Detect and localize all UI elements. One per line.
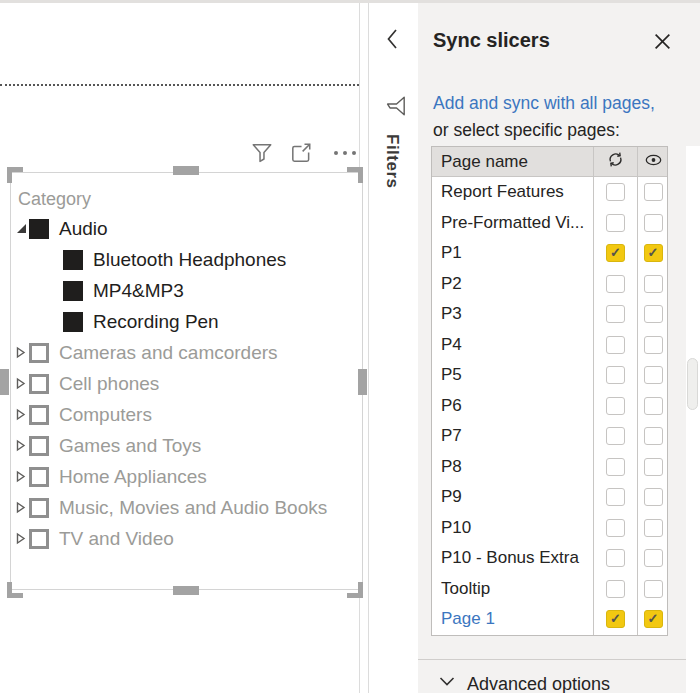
sync-checkbox[interactable]: ✓ bbox=[606, 610, 625, 628]
slicer-checkbox[interactable] bbox=[29, 436, 49, 456]
close-icon[interactable] bbox=[653, 32, 672, 55]
page-row: Pre-Formatted Vi... bbox=[432, 208, 667, 239]
slicer-checkbox[interactable] bbox=[63, 312, 83, 332]
selection-handle-top-left[interactable] bbox=[7, 167, 23, 183]
slicer-checkbox[interactable] bbox=[29, 467, 49, 487]
slicer-item[interactable]: MP4&MP3 bbox=[13, 275, 362, 306]
visibility-checkbox[interactable] bbox=[644, 397, 663, 415]
visibility-checkbox[interactable] bbox=[644, 336, 663, 354]
expand-arrow-icon[interactable] bbox=[13, 377, 29, 390]
slicer-item[interactable]: Music, Movies and Audio Books bbox=[13, 492, 362, 523]
slicer-item[interactable]: Computers bbox=[13, 399, 362, 430]
visibility-checkbox-cell bbox=[637, 513, 668, 544]
pane-scrollbar-track[interactable] bbox=[686, 146, 700, 693]
sync-checkbox[interactable] bbox=[606, 305, 625, 323]
collapse-arrow-icon[interactable] bbox=[13, 223, 29, 234]
category-slicer-visual[interactable]: Category AudioBluetooth HeadphonesMP4&MP… bbox=[10, 172, 363, 590]
slicer-checkbox[interactable] bbox=[29, 374, 49, 394]
sync-checkbox-cell bbox=[593, 269, 637, 300]
visual-filter-icon[interactable] bbox=[250, 141, 274, 165]
sync-checkbox-cell bbox=[593, 452, 637, 483]
selection-handle-left[interactable] bbox=[0, 369, 9, 395]
sync-checkbox-cell: ✓ bbox=[593, 238, 637, 269]
visibility-checkbox[interactable] bbox=[644, 549, 663, 567]
slicer-item[interactable]: Cell phones bbox=[13, 368, 362, 399]
visibility-checkbox-cell bbox=[637, 482, 668, 513]
sync-checkbox[interactable] bbox=[606, 549, 625, 567]
visibility-checkbox[interactable] bbox=[644, 275, 663, 293]
sync-checkbox[interactable]: ✓ bbox=[606, 244, 625, 262]
slicer-checkbox[interactable] bbox=[63, 250, 83, 270]
slicer-checkbox[interactable] bbox=[29, 343, 49, 363]
slicer-item-label: Cameras and camcorders bbox=[59, 342, 278, 364]
slicer-item[interactable]: Audio bbox=[13, 213, 362, 244]
slicer-checkbox[interactable] bbox=[29, 219, 49, 239]
advanced-options-label: Advanced options bbox=[467, 674, 610, 693]
sync-checkbox[interactable] bbox=[606, 214, 625, 232]
selection-handle-top[interactable] bbox=[173, 166, 199, 175]
pane-scrollbar-thumb[interactable] bbox=[687, 358, 698, 410]
visibility-checkbox[interactable] bbox=[644, 214, 663, 232]
selection-handle-right[interactable] bbox=[358, 369, 367, 395]
sync-checkbox[interactable] bbox=[606, 336, 625, 354]
sync-checkbox[interactable] bbox=[606, 427, 625, 445]
expand-arrow-icon[interactable] bbox=[13, 346, 29, 359]
visibility-checkbox[interactable]: ✓ bbox=[644, 244, 663, 262]
visibility-checkbox[interactable] bbox=[644, 519, 663, 537]
slicer-item[interactable]: Games and Toys bbox=[13, 430, 362, 461]
visibility-checkbox[interactable]: ✓ bbox=[644, 610, 663, 628]
slicer-checkbox[interactable] bbox=[29, 405, 49, 425]
sync-checkbox[interactable] bbox=[606, 275, 625, 293]
visibility-checkbox[interactable] bbox=[644, 580, 663, 598]
sync-checkbox-cell bbox=[593, 513, 637, 544]
page-name: P7 bbox=[432, 421, 593, 452]
selection-handle-bottom[interactable] bbox=[173, 586, 199, 595]
expand-arrow-icon[interactable] bbox=[13, 532, 29, 545]
sync-checkbox[interactable] bbox=[606, 366, 625, 384]
selection-handle-top-right[interactable] bbox=[347, 167, 363, 183]
slicer-item-list: AudioBluetooth HeadphonesMP4&MP3Recordin… bbox=[13, 213, 362, 554]
expand-arrow-icon[interactable] bbox=[13, 501, 29, 514]
sync-checkbox[interactable] bbox=[606, 519, 625, 537]
expand-arrow-icon[interactable] bbox=[13, 439, 29, 452]
slicer-item[interactable]: Cameras and camcorders bbox=[13, 337, 362, 368]
slicer-item[interactable]: Home Appliances bbox=[13, 461, 362, 492]
visibility-checkbox-cell: ✓ bbox=[637, 604, 668, 635]
sync-checkbox-cell bbox=[593, 177, 637, 208]
selection-handle-bottom-left[interactable] bbox=[7, 582, 23, 598]
page-row: Page 1✓✓ bbox=[432, 604, 667, 635]
visibility-checkbox[interactable] bbox=[644, 427, 663, 445]
slicer-checkbox[interactable] bbox=[29, 498, 49, 518]
filters-pane-label[interactable]: Filters bbox=[382, 134, 402, 189]
visibility-checkbox[interactable] bbox=[644, 488, 663, 506]
slicer-item[interactable]: TV and Video bbox=[13, 523, 362, 554]
page-row: P3 bbox=[432, 299, 667, 330]
sync-checkbox[interactable] bbox=[606, 397, 625, 415]
sync-checkbox[interactable] bbox=[606, 458, 625, 476]
expand-pane-chevron-icon[interactable] bbox=[384, 27, 402, 55]
visibility-checkbox[interactable] bbox=[644, 183, 663, 201]
visibility-checkbox[interactable] bbox=[644, 366, 663, 384]
slicer-checkbox[interactable] bbox=[29, 529, 49, 549]
slicer-checkbox[interactable] bbox=[63, 281, 83, 301]
sync-checkbox[interactable] bbox=[606, 183, 625, 201]
expand-arrow-icon[interactable] bbox=[13, 408, 29, 421]
slicer-item-label: TV and Video bbox=[59, 528, 174, 550]
visibility-checkbox-cell bbox=[637, 360, 668, 391]
slicer-item-label: Home Appliances bbox=[59, 466, 207, 488]
advanced-options-toggle[interactable]: Advanced options bbox=[438, 673, 610, 693]
sync-checkbox[interactable] bbox=[606, 488, 625, 506]
slicer-item[interactable]: Recording Pen bbox=[13, 306, 362, 337]
visibility-checkbox[interactable] bbox=[644, 458, 663, 476]
page-name: P6 bbox=[432, 391, 593, 422]
slicer-item[interactable]: Bluetooth Headphones bbox=[13, 244, 362, 275]
focus-mode-icon[interactable] bbox=[289, 141, 313, 165]
selection-handle-bottom-right[interactable] bbox=[347, 582, 363, 598]
expand-arrow-icon[interactable] bbox=[13, 470, 29, 483]
add-and-sync-link[interactable]: Add and sync with all pages, bbox=[433, 93, 655, 114]
more-options-icon[interactable] bbox=[331, 148, 359, 158]
page-row: P6 bbox=[432, 391, 667, 422]
sync-checkbox[interactable] bbox=[606, 580, 625, 598]
visibility-checkbox[interactable] bbox=[644, 305, 663, 323]
page-name: P5 bbox=[432, 360, 593, 391]
